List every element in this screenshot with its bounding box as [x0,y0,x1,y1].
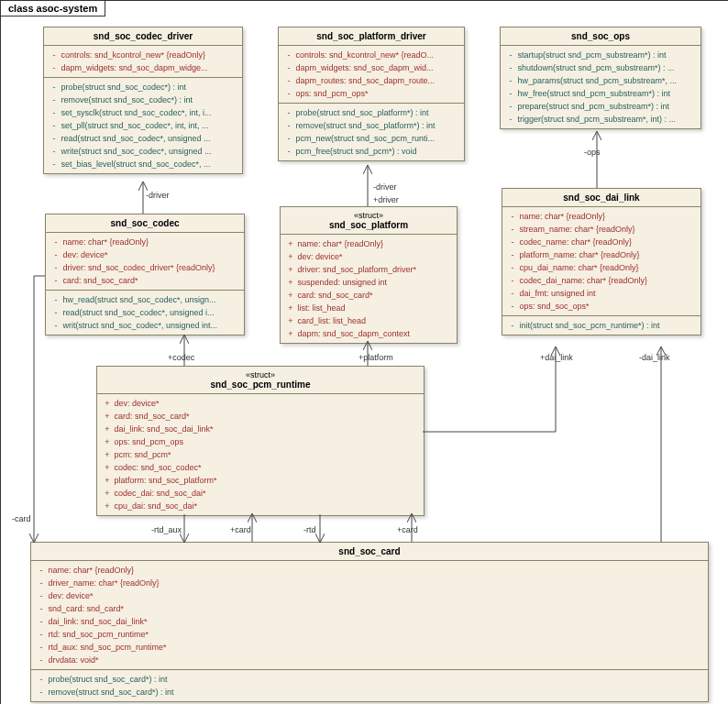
member: - pcm_free(struct snd_pcm*) : void [284,145,458,158]
member: + pcm: snd_pcm* [103,448,418,461]
attrs: + name: char* {readOnly}+ dev: device*+ … [281,235,457,343]
lbl: +platform [358,353,393,362]
member: + card: snd_soc_card* [103,410,418,423]
member: - snd_card: snd_card* [37,602,702,615]
member: - hw_read(struct snd_soc_codec*, unsign.… [51,293,238,306]
member: - dai_fmt: unsigned int [508,287,695,300]
member: - hw_params(struct snd_pcm_substream*, .… [506,74,695,87]
class-name: snd_soc_platform_driver [279,28,464,46]
member: - remove(struct snd_soc_codec*) : int [50,94,237,106]
member: - ops: snd_pcm_ops* [284,87,458,100]
ops: - probe(struct snd_soc_card*) : int- rem… [31,670,708,701]
ops: - hw_read(struct snd_soc_codec*, unsign.… [46,291,244,335]
class-name: snd_soc_card [31,543,708,561]
member: - card: snd_soc_card* [51,274,238,287]
attrs: - name: char* {readOnly}- stream_name: c… [502,207,700,316]
diagram-title: class asoc-system [1,1,105,16]
member: + card_list: list_head [286,314,451,327]
ops: - init(struct snd_soc_pcm_runtime*) : in… [502,316,700,335]
member: - remove(struct snd_soc_card*) : int [37,686,702,698]
member: + suspended: unsigned int [286,276,451,289]
member: - dapm_routes: snd_soc_dapm_route... [284,74,458,87]
member: - dev: device* [37,589,702,602]
member: - probe(struct snd_soc_codec*) : int [50,81,237,94]
member: + dai_link: snd_soc_dai_link* [103,423,418,435]
member: - codec_dai_name: char* {readOnly} [508,274,695,287]
member: - name: char* {readOnly} [508,210,695,223]
member: + platform: snd_soc_platform* [103,474,418,487]
member: - shutdown(struct snd_pcm_substream*) : … [506,61,695,74]
member: - set_bias_level(struct snd_soc_codec*, … [50,158,237,170]
class-platform[interactable]: «struct»snd_soc_platform + name: char* {… [280,206,458,344]
member: - driver: snd_soc_codec_driver* {readOnl… [51,261,238,274]
class-codec[interactable]: snd_soc_codec - name: char* {readOnly}- … [45,214,245,336]
member: + cpu_dai: snd_soc_dai* [103,500,418,512]
member: - controls: snd_kcontrol_new* {readO... [284,49,458,61]
member: - set_sysclk(struct snd_soc_codec*, int,… [50,106,237,119]
member: - rtd: snd_soc_pcm_runtime* [37,628,702,641]
member: - platform_name: char* {readOnly} [508,248,695,261]
member: + name: char* {readOnly} [286,237,451,250]
member: + driver: snd_soc_platform_driver* [286,263,451,276]
member: - driver_name: char* {readOnly} [37,577,702,589]
member: - probe(struct snd_soc_card*) : int [37,673,702,686]
member: - pcm_new(struct snd_soc_pcm_runti... [284,132,458,145]
lbl: +driver [373,195,399,204]
attrs: - name: char* {readOnly}- driver_name: c… [31,561,708,670]
attrs: + dev: device*+ card: snd_soc_card*+ dai… [97,394,424,515]
member: + codec: snd_soc_codec* [103,461,418,474]
lbl: +dai_link [540,353,573,362]
lbl: +card [397,525,418,534]
ops: - probe(struct snd_soc_codec*) : int- re… [44,78,242,173]
class-name: snd_soc_dai_link [502,189,700,207]
member: - rtd_aux: snd_soc_pcm_runtime* [37,641,702,654]
member: - controls: snd_kcontrol_new* {readOnly} [50,49,237,61]
member: - remove(struct snd_soc_platform*) : int [284,119,458,132]
member: - startup(struct snd_pcm_substream*) : i… [506,49,695,61]
class-pcm-runtime[interactable]: «struct»snd_soc_pcm_runtime + dev: devic… [96,366,425,516]
lbl: -card [12,514,31,523]
class-codec-driver[interactable]: snd_soc_codec_driver - controls: snd_kco… [43,27,243,174]
class-name: snd_soc_codec_driver [44,28,242,46]
member: - dapm_widgets: snd_soc_dapm_widge... [50,61,237,74]
class-name: «struct»snd_soc_pcm_runtime [97,367,424,394]
member: - prepare(struct snd_pcm_substream*) : i… [506,100,695,113]
member: - ops: snd_soc_ops* [508,300,695,313]
member: - name: char* {readOnly} [51,236,238,248]
lbl: -dai_link [639,353,670,362]
member: - dev: device* [51,248,238,261]
class-name: snd_soc_ops [501,28,700,46]
member: - name: char* {readOnly} [37,564,702,577]
member: + dev: device* [103,397,418,410]
lbl: -driver [373,182,397,192]
member: - set_pll(struct snd_soc_codec*, int, in… [50,119,237,132]
member: + dapm: snd_soc_dapm_context [286,327,451,340]
lbl: +codec [168,353,194,362]
ops: - startup(struct snd_pcm_substream*) : i… [501,46,700,128]
member: - write(struct snd_soc_codec*, unsigned … [50,145,237,158]
ops: - probe(struct snd_soc_platform*) : int-… [279,104,464,160]
member: + codec_dai: snd_soc_dai* [103,487,418,500]
member: - codec_name: char* {readOnly} [508,236,695,248]
member: - hw_free(struct snd_pcm_substream*) : i… [506,87,695,100]
attrs: - controls: snd_kcontrol_new* {readOnly}… [44,46,242,78]
member: - read(struct snd_soc_codec*, unsigned .… [50,132,237,145]
diagram-canvas: class asoc-system snd_soc_codec_driver -… [0,0,728,704]
attrs: - name: char* {readOnly}- dev: device*- … [46,233,244,291]
member: + dev: device* [286,250,451,263]
member: + card: snd_soc_card* [286,289,451,302]
member: - trigger(struct snd_pcm_substream*, int… [506,113,695,126]
member: - drvdata: void* [37,654,702,666]
member: + list: list_head [286,302,451,314]
class-name: snd_soc_codec [46,214,244,233]
class-card[interactable]: snd_soc_card - name: char* {readOnly}- d… [30,542,709,702]
class-platform-driver[interactable]: snd_soc_platform_driver - controls: snd_… [278,27,465,161]
class-ops[interactable]: snd_soc_ops - startup(struct snd_pcm_sub… [500,27,701,129]
class-dai-link[interactable]: snd_soc_dai_link - name: char* {readOnly… [502,188,701,336]
member: - writ(struct snd_soc_codec*, unsigned i… [51,319,238,332]
lbl: -driver [146,191,170,200]
member: - read(struct snd_soc_codec*, unsigned i… [51,306,238,319]
class-name: «struct»snd_soc_platform [281,207,457,235]
lbl: -ops [584,148,601,157]
member: - dapm_widgets: snd_soc_dapm_wid... [284,61,458,74]
